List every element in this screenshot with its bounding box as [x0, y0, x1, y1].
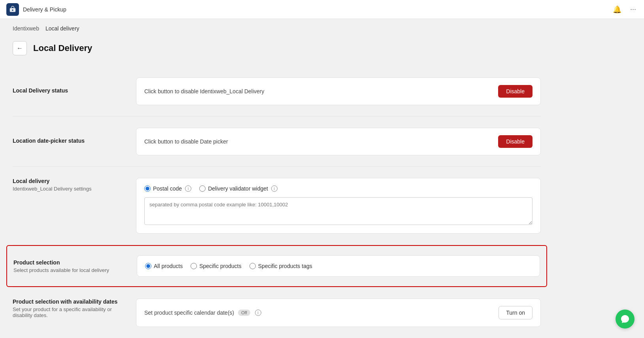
specific-products-label: Specific products: [199, 263, 242, 269]
product-availability-control: Set product specific calendar date(s) Of…: [136, 298, 541, 327]
local-delivery-status-row: Local Delivery status Click button to di…: [13, 66, 541, 117]
chat-bubble[interactable]: [616, 310, 635, 329]
date-picker-status-control: Click button to disable Date picker Disa…: [136, 128, 541, 155]
product-availability-text: Set product specific calendar date(s): [144, 310, 234, 316]
product-selection-radio-group: All products Specific products Specific …: [145, 263, 312, 269]
specific-products-tags-option[interactable]: Specific products tags: [249, 263, 312, 269]
delivery-validator-option[interactable]: Delivery validator widget i: [199, 185, 278, 192]
date-picker-status-text: Click button to disable Date picker: [144, 138, 228, 145]
postal-code-label: Postal code: [153, 185, 182, 192]
product-availability-desc: Set your product for a specific availabi…: [13, 306, 123, 318]
product-selection-title: Product selection: [13, 259, 124, 266]
delivery-validator-info-icon[interactable]: i: [271, 185, 278, 192]
main-content: ← Local Delivery Local Delivery status C…: [0, 35, 553, 338]
svg-point-1: [12, 9, 13, 11]
date-picker-status-label: Location date-picker status: [13, 138, 123, 145]
product-availability-info-icon[interactable]: i: [255, 310, 261, 316]
postal-code-info-icon[interactable]: i: [185, 185, 191, 192]
specific-products-option[interactable]: Specific products: [191, 263, 242, 269]
local-delivery-status-label: Local Delivery status: [13, 87, 123, 95]
local-delivery-status-title: Local Delivery status: [13, 87, 123, 94]
local-delivery-title: Local delivery: [13, 178, 123, 184]
more-options-button[interactable]: ···: [629, 4, 638, 15]
product-selection-desc: Select products available for local deli…: [13, 267, 124, 273]
toggle-off-badge: Off: [238, 310, 250, 316]
product-availability-title: Product selection with availability date…: [13, 298, 123, 305]
app-icon: [6, 3, 19, 16]
product-availability-row: Product selection with availability date…: [13, 287, 541, 338]
specific-products-tags-label: Specific products tags: [258, 263, 312, 269]
delivery-validator-label: Delivery validator widget: [208, 185, 268, 192]
turn-on-button[interactable]: Turn on: [499, 306, 533, 319]
date-picker-status-row: Location date-picker status Click button…: [13, 117, 541, 167]
top-bar-actions: 🔔 ···: [611, 4, 638, 15]
product-selection-highlight: Product selection Select products availa…: [6, 245, 547, 287]
local-delivery-row: Local delivery Identixweb_Local Delivery…: [13, 167, 541, 245]
disable-local-delivery-button[interactable]: Disable: [498, 85, 533, 98]
all-products-radio[interactable]: [145, 263, 151, 269]
product-availability-label: Product selection with availability date…: [13, 298, 123, 318]
all-products-option[interactable]: All products: [145, 263, 183, 269]
all-products-label: All products: [154, 263, 183, 269]
breadcrumb: Identixweb Local delivery: [0, 19, 644, 35]
postal-codes-textarea[interactable]: [144, 197, 533, 225]
breadcrumb-parent[interactable]: Identixweb: [13, 25, 39, 32]
local-delivery-desc: Identixweb_Local Delivery settings: [13, 186, 123, 192]
settings-container: Local Delivery status Click button to di…: [13, 66, 541, 338]
specific-products-radio[interactable]: [191, 263, 197, 269]
delivery-validator-radio[interactable]: [199, 185, 206, 192]
page-header: ← Local Delivery: [13, 41, 541, 55]
breadcrumb-current: Local delivery: [45, 25, 79, 32]
local-delivery-status-text: Click button to disable Identixweb_Local…: [144, 88, 264, 94]
local-delivery-control: Postal code i Delivery validator widget …: [136, 178, 541, 234]
app-branding: Delivery & Pickup: [6, 3, 66, 16]
product-selection-label: Product selection Select products availa…: [13, 259, 124, 273]
local-delivery-label: Local delivery Identixweb_Local Delivery…: [13, 178, 123, 192]
page-title: Local Delivery: [33, 43, 92, 53]
notification-button[interactable]: 🔔: [611, 4, 623, 15]
top-bar: Delivery & Pickup 🔔 ···: [0, 0, 644, 19]
product-selection-row: Product selection Select products availa…: [13, 245, 541, 287]
date-picker-status-title: Location date-picker status: [13, 138, 123, 144]
product-selection-control: All products Specific products Specific …: [137, 255, 540, 277]
local-delivery-status-control: Click button to disable Identixweb_Local…: [136, 77, 541, 105]
disable-date-picker-button[interactable]: Disable: [498, 135, 533, 148]
specific-products-tags-radio[interactable]: [249, 263, 256, 269]
postal-code-option[interactable]: Postal code i: [144, 185, 191, 192]
delivery-type-radio-group: Postal code i Delivery validator widget …: [144, 185, 533, 192]
back-button[interactable]: ←: [13, 41, 27, 55]
app-title: Delivery & Pickup: [23, 6, 66, 13]
postal-code-radio[interactable]: [144, 185, 151, 192]
availability-left: Set product specific calendar date(s) Of…: [144, 310, 261, 316]
